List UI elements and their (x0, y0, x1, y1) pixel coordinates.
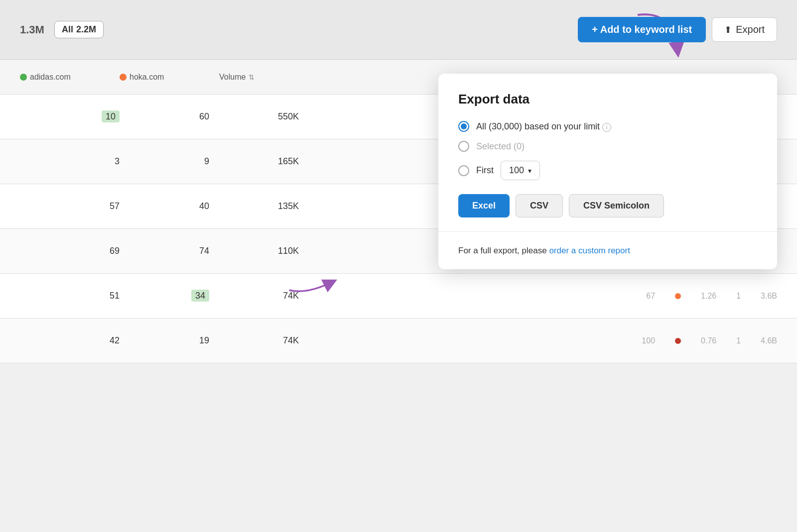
cell-volume: 550K (209, 111, 299, 122)
cell-adidas: 3 (20, 156, 120, 167)
export-panel-footer: For a full export, please order a custom… (438, 231, 777, 269)
cell-volume: 74K (209, 291, 299, 301)
first-count-value: 100 (509, 165, 524, 176)
radio-first-label: First (476, 165, 494, 176)
export-option-first[interactable]: First 100 ▾ (458, 161, 757, 180)
csv-button[interactable]: CSV (516, 194, 563, 217)
radio-first[interactable] (458, 165, 469, 176)
export-options-group: All (30,000) based on your limit i Selec… (458, 121, 757, 180)
col-header-hoka: hoka.com (120, 73, 219, 82)
radio-selected-label: Selected (0) (476, 141, 525, 152)
volume-label: Volume (219, 73, 246, 82)
col-header-volume[interactable]: Volume ⇅ (219, 73, 309, 82)
cell-volume: 110K (209, 246, 299, 256)
col-header-adidas: adidas.com (20, 73, 120, 82)
filter-count: 1.3M (20, 23, 44, 36)
order-custom-report-link[interactable]: order a custom report (549, 246, 630, 255)
first-count-select[interactable]: 100 ▾ (501, 161, 540, 180)
all-filter-badge[interactable]: All 2.2M (54, 21, 104, 38)
radio-selected[interactable] (458, 141, 469, 152)
cell-volume: 165K (209, 156, 299, 167)
cell-rest: 100 0.7614.6B (299, 336, 777, 345)
adidas-label: adidas.com (30, 73, 71, 82)
chevron-down-icon: ▾ (528, 167, 531, 175)
export-upload-icon: ⬆ (724, 24, 732, 35)
cell-hoka: 60 (120, 111, 209, 122)
cell-volume: 74K (209, 335, 299, 346)
cell-hoka: 40 (120, 201, 209, 212)
table-row: 42 19 74K 100 0.7614.6B (0, 319, 797, 363)
export-button[interactable]: ⬆ Export (712, 17, 777, 42)
hoka-dot (120, 74, 127, 81)
adidas-dot (20, 74, 27, 81)
top-actions: + Add to keyword list ⬆ Export (578, 17, 777, 42)
cell-adidas: 10 (20, 111, 120, 122)
export-panel-title: Export data (458, 92, 757, 107)
cell-adidas: 69 (20, 246, 120, 256)
radio-all-label: All (30,000) based on your limit i (476, 121, 611, 132)
export-label: Export (736, 24, 765, 35)
cell-adidas: 42 (20, 335, 120, 346)
cell-hoka: 34 (120, 291, 209, 301)
cell-adidas: 51 (20, 291, 120, 301)
add-to-keyword-list-button[interactable]: + Add to keyword list (578, 17, 706, 42)
cell-rest: 67 1.2613.6B (299, 292, 777, 301)
table-row: 51 34 74K 67 1.2613.6B (0, 274, 797, 319)
export-option-selected[interactable]: Selected (0) (458, 141, 757, 152)
cell-adidas: 57 (20, 201, 120, 212)
info-icon[interactable]: i (602, 123, 611, 132)
cell-hoka: 19 (120, 335, 209, 346)
cell-volume: 135K (209, 201, 299, 212)
export-option-all[interactable]: All (30,000) based on your limit i (458, 121, 757, 132)
hoka-label: hoka.com (130, 73, 164, 82)
radio-all[interactable] (458, 121, 469, 132)
cell-hoka: 9 (120, 156, 209, 167)
export-panel: Export data All (30,000) based on your l… (438, 74, 777, 269)
format-buttons: Excel CSV CSV Semicolon (458, 194, 757, 217)
cell-hoka: 74 (120, 246, 209, 256)
all-label: All (62, 24, 73, 35)
excel-button[interactable]: Excel (458, 194, 510, 217)
export-panel-content: Export data All (30,000) based on your l… (438, 74, 777, 231)
volume-sort-icon: ⇅ (249, 73, 255, 81)
top-bar: 1.3M All 2.2M + Add to keyword list ⬆ Ex… (0, 0, 797, 60)
all-count: 2.2M (76, 24, 96, 35)
csv-semicolon-button[interactable]: CSV Semicolon (569, 194, 664, 217)
footer-text: For a full export, please (458, 246, 549, 255)
filter-count-badge: 1.3M (20, 23, 44, 36)
